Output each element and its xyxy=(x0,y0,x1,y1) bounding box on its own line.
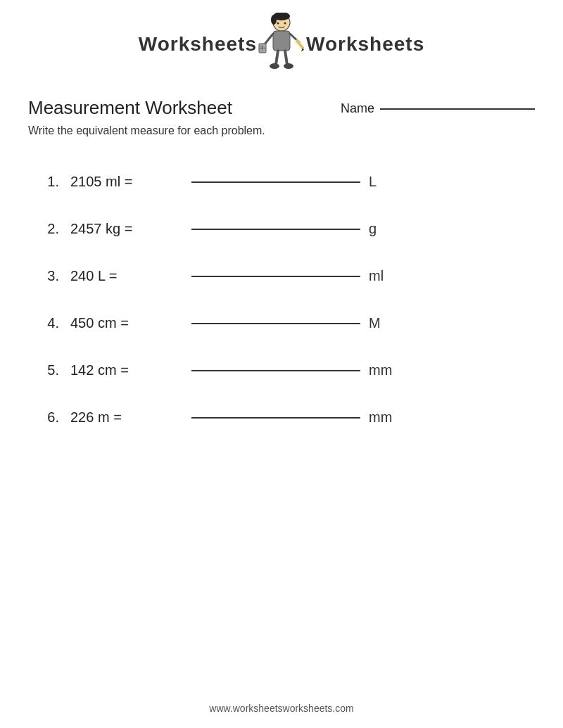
svg-point-2 xyxy=(271,15,277,25)
logo-text-left: Worksheets xyxy=(139,33,257,56)
main-content: Measurement Worksheet Name Write the equ… xyxy=(28,83,535,441)
svg-rect-3 xyxy=(273,31,290,51)
problem-unit: mm xyxy=(369,362,404,378)
svg-point-8 xyxy=(270,63,279,69)
problems-container: 1. 2105 ml = L 2. 2457 kg = g 3. 240 L =… xyxy=(28,158,535,441)
name-underline xyxy=(380,108,535,110)
logo: Worksheets xyxy=(139,13,424,76)
header: Worksheets xyxy=(0,0,563,83)
problem-unit: L xyxy=(369,174,404,190)
problem-number: 6. xyxy=(28,409,70,426)
problem-number: 5. xyxy=(28,362,70,378)
logo-figure: 24÷ xyxy=(257,13,306,76)
problem-question: 450 cm = xyxy=(70,315,183,331)
problem-number: 3. xyxy=(28,268,70,284)
name-label: Name xyxy=(341,101,374,116)
answer-line xyxy=(191,417,360,419)
footer: www.worksheetsworksheets.com xyxy=(0,703,563,714)
problem-unit: g xyxy=(369,221,404,237)
answer-line xyxy=(191,181,360,183)
problem-question: 2457 kg = xyxy=(70,221,183,237)
page: Worksheets xyxy=(0,0,563,728)
problem-row: 5. 142 cm = mm xyxy=(28,347,535,394)
problem-unit: mm xyxy=(369,409,404,426)
name-field: Name xyxy=(341,101,535,119)
problem-question: 142 cm = xyxy=(70,362,183,378)
problem-number: 4. xyxy=(28,315,70,331)
svg-point-9 xyxy=(284,63,293,69)
svg-line-6 xyxy=(276,51,278,65)
worksheet-header: Measurement Worksheet Name xyxy=(28,97,535,119)
svg-point-16 xyxy=(284,23,286,25)
problem-question: 2105 ml = xyxy=(70,174,183,190)
problem-unit: M xyxy=(369,315,404,331)
kid-icon: 24÷ xyxy=(257,13,306,76)
problem-question: 226 m = xyxy=(70,409,183,426)
problem-number: 2. xyxy=(28,221,70,237)
problem-row: 4. 450 cm = M xyxy=(28,300,535,347)
problem-number: 1. xyxy=(28,174,70,190)
problem-question: 240 L = xyxy=(70,268,183,284)
logo-text-right: Worksheets xyxy=(306,33,424,56)
instructions: Write the equivalent measure for each pr… xyxy=(28,124,535,137)
worksheet-title: Measurement Worksheet xyxy=(28,97,232,119)
svg-point-15 xyxy=(277,23,279,25)
problem-row: 3. 240 L = ml xyxy=(28,253,535,300)
svg-text:24÷: 24÷ xyxy=(260,46,266,50)
footer-url: www.worksheetsworksheets.com xyxy=(209,703,353,714)
problem-row: 1. 2105 ml = L xyxy=(28,158,535,205)
answer-line xyxy=(191,229,360,230)
answer-line xyxy=(191,370,360,371)
svg-line-7 xyxy=(285,51,287,65)
problem-row: 6. 226 m = mm xyxy=(28,394,535,441)
problem-unit: ml xyxy=(369,268,404,284)
problem-row: 2. 2457 kg = g xyxy=(28,205,535,253)
answer-line xyxy=(191,323,360,324)
answer-line xyxy=(191,276,360,277)
